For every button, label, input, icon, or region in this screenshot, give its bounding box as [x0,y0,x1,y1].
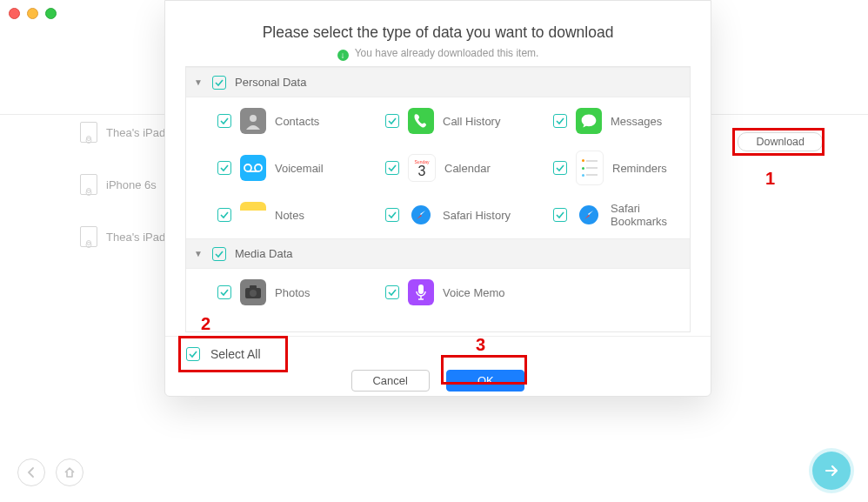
annotation-box-3 [441,355,527,385]
datatype-messages[interactable]: Messages [522,97,690,144]
dialog-subtitle: ↓ You have already downloaded this item. [165,47,711,61]
personal-data-grid: Contacts Call History Messages [186,97,690,238]
phone-icon [408,108,434,134]
iphone-icon [80,174,97,195]
datatype-safari-bookmarks[interactable]: Safari Bookmarks [522,191,690,238]
contacts-icon [240,108,266,134]
svg-point-1 [244,164,251,171]
datatype-safari-history[interactable]: Safari History [354,191,522,238]
safari-icon [576,202,602,228]
zoom-icon[interactable] [45,8,57,19]
section-header-personal[interactable]: ▼ Personal Data [186,67,690,97]
annotation-box-2 [178,336,288,372]
datatype-calendar[interactable]: Sunday 3 Calendar [354,144,522,191]
calendar-icon: Sunday 3 [408,154,436,182]
checkbox[interactable] [553,114,567,128]
checkbox[interactable] [217,161,231,175]
device-sidebar: Thea's iPad iPhone 6s Thea's iPad [80,122,165,247]
datatype-label: Calendar [444,162,491,175]
datatype-voicemail[interactable]: Voicemail [186,144,354,191]
microphone-icon [408,279,434,305]
chevron-down-icon[interactable]: ▼ [193,249,204,258]
device-label: Thea's iPad [106,126,165,139]
checkbox[interactable] [217,114,231,128]
annotation-step-2: 2 [201,314,210,334]
datatype-reminders[interactable]: Reminders [522,144,690,191]
datatype-notes[interactable]: Notes [186,191,354,238]
svg-point-2 [255,164,262,171]
datatype-call-history[interactable]: Call History [354,97,522,144]
checkbox[interactable] [385,285,399,299]
reminders-icon [576,151,604,185]
datatype-photos[interactable]: Photos [186,269,354,316]
checkbox[interactable] [212,247,226,261]
media-data-grid: Photos Voice Memo [186,269,690,316]
close-icon[interactable] [9,8,20,19]
device-label: iPhone 6s [106,178,157,191]
datatype-label: Safari Bookmarks [611,202,690,228]
section-title: Media Data [235,247,292,260]
svg-rect-15 [418,284,424,294]
checkbox[interactable] [385,161,399,175]
dialog-title: Please select the type of data you want … [165,23,711,42]
messages-icon [576,108,602,134]
device-label: Thea's iPad [106,231,165,244]
checkbox[interactable] [385,208,399,222]
device-item[interactable]: Thea's iPad [80,226,165,247]
next-button[interactable] [812,452,851,490]
ipad-icon [80,226,97,247]
device-item[interactable]: Thea's iPad [80,122,165,143]
bottom-nav [17,458,83,486]
datatype-label: Contacts [275,115,319,128]
datatype-label: Voicemail [275,162,324,175]
datatype-label: Notes [275,209,304,222]
dialog-buttons: Cancel OK [165,370,711,392]
datatype-label: Voice Memo [443,286,505,299]
cancel-button[interactable]: Cancel [351,370,430,392]
svg-point-13 [250,290,257,297]
section-header-media[interactable]: ▼ Media Data [186,238,690,269]
datatype-label: Call History [443,115,500,128]
datatype-label: Safari History [443,209,511,222]
svg-point-0 [250,115,257,122]
annotation-box-1 [732,128,825,156]
datatype-voice-memo[interactable]: Voice Memo [354,269,522,316]
minimize-icon[interactable] [27,8,38,19]
checkbox[interactable] [385,114,399,128]
ipad-icon [80,122,97,143]
voicemail-icon [240,155,266,181]
svg-rect-14 [250,285,257,289]
downloaded-icon: ↓ [337,50,349,61]
annotation-step-3: 3 [476,335,485,355]
datatype-contacts[interactable]: Contacts [186,97,354,144]
home-button[interactable] [56,458,83,486]
window-controls [9,8,57,19]
checkbox[interactable] [553,208,567,222]
notes-icon [240,202,266,228]
checkbox[interactable] [212,76,226,90]
annotation-step-1: 1 [765,169,775,189]
back-button[interactable] [17,458,45,486]
datatype-label: Photos [275,286,310,299]
checkbox[interactable] [217,285,231,299]
data-type-list: ▼ Personal Data Contacts Call History [185,66,691,332]
camera-icon [240,279,266,305]
device-item[interactable]: iPhone 6s [80,174,165,195]
chevron-down-icon[interactable]: ▼ [193,77,204,87]
datatype-label: Messages [611,115,662,128]
checkbox[interactable] [217,208,231,222]
datatype-label: Reminders [612,162,667,175]
dialog-subtitle-text: You have already downloaded this item. [355,47,539,59]
safari-icon [408,202,434,228]
checkbox[interactable] [553,161,567,175]
empty-cell [522,269,690,316]
section-title: Personal Data [235,76,306,89]
